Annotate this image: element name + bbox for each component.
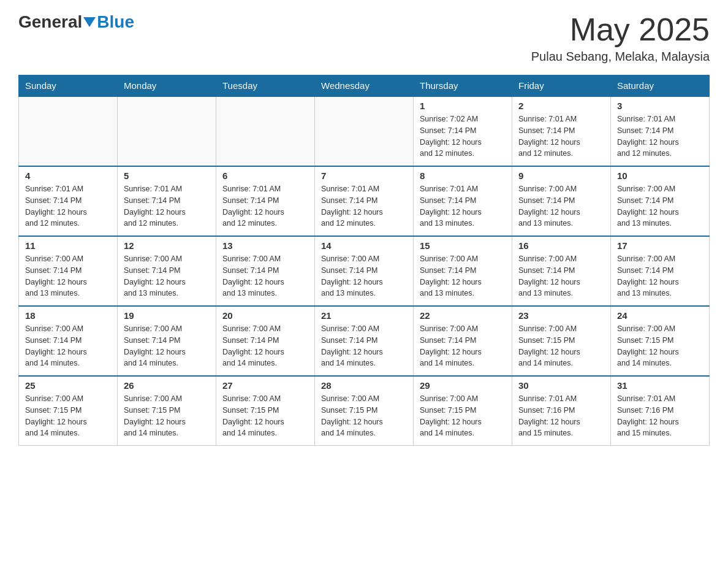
day-info: Sunrise: 7:01 AMSunset: 7:14 PMDaylight:… <box>222 183 308 229</box>
day-info: Sunrise: 7:00 AMSunset: 7:15 PMDaylight:… <box>518 323 604 369</box>
calendar-cell-22: 22Sunrise: 7:00 AMSunset: 7:14 PMDayligh… <box>414 306 512 376</box>
day-number: 8 <box>420 170 506 181</box>
day-info: Sunrise: 7:00 AMSunset: 7:15 PMDaylight:… <box>25 393 111 439</box>
day-number: 24 <box>617 310 703 321</box>
day-number: 9 <box>518 170 604 181</box>
calendar-cell-13: 13Sunrise: 7:00 AMSunset: 7:14 PMDayligh… <box>216 236 315 306</box>
calendar-header-sunday: Sunday <box>19 75 118 97</box>
calendar-cell-1: 1Sunrise: 7:02 AMSunset: 7:14 PMDaylight… <box>414 96 512 166</box>
calendar-cell-25: 25Sunrise: 7:00 AMSunset: 7:15 PMDayligh… <box>19 376 118 446</box>
logo-blue-text: Blue <box>97 12 134 32</box>
day-info: Sunrise: 7:01 AMSunset: 7:14 PMDaylight:… <box>124 183 210 229</box>
calendar-cell-10: 10Sunrise: 7:00 AMSunset: 7:14 PMDayligh… <box>611 166 710 236</box>
day-number: 15 <box>420 240 506 251</box>
calendar-cell-26: 26Sunrise: 7:00 AMSunset: 7:15 PMDayligh… <box>118 376 216 446</box>
day-info: Sunrise: 7:01 AMSunset: 7:14 PMDaylight:… <box>25 183 111 229</box>
calendar-cell-4: 4Sunrise: 7:01 AMSunset: 7:14 PMDaylight… <box>19 166 118 236</box>
day-info: Sunrise: 7:00 AMSunset: 7:14 PMDaylight:… <box>124 323 210 369</box>
day-info: Sunrise: 7:00 AMSunset: 7:14 PMDaylight:… <box>25 253 111 299</box>
day-number: 7 <box>321 170 407 181</box>
day-info: Sunrise: 7:00 AMSunset: 7:15 PMDaylight:… <box>321 393 407 439</box>
day-info: Sunrise: 7:01 AMSunset: 7:14 PMDaylight:… <box>518 113 604 159</box>
calendar-header-thursday: Thursday <box>414 75 512 97</box>
week-row-5: 25Sunrise: 7:00 AMSunset: 7:15 PMDayligh… <box>19 376 710 446</box>
calendar-header-row: SundayMondayTuesdayWednesdayThursdayFrid… <box>19 75 710 97</box>
calendar-cell-27: 27Sunrise: 7:00 AMSunset: 7:15 PMDayligh… <box>216 376 315 446</box>
day-number: 4 <box>25 170 111 181</box>
calendar-header-tuesday: Tuesday <box>216 75 315 97</box>
calendar-cell-28: 28Sunrise: 7:00 AMSunset: 7:15 PMDayligh… <box>315 376 414 446</box>
calendar-table: SundayMondayTuesdayWednesdayThursdayFrid… <box>18 75 710 446</box>
week-row-4: 18Sunrise: 7:00 AMSunset: 7:14 PMDayligh… <box>19 306 710 376</box>
day-number: 30 <box>518 380 604 391</box>
calendar-cell-23: 23Sunrise: 7:00 AMSunset: 7:15 PMDayligh… <box>512 306 611 376</box>
calendar-cell-21: 21Sunrise: 7:00 AMSunset: 7:14 PMDayligh… <box>315 306 414 376</box>
calendar-cell-3: 3Sunrise: 7:01 AMSunset: 7:14 PMDaylight… <box>611 96 710 166</box>
logo: General Blue <box>18 12 134 32</box>
page-header: General Blue May 2025 Pulau Sebang, Mela… <box>18 12 710 64</box>
day-number: 14 <box>321 240 407 251</box>
day-number: 13 <box>222 240 308 251</box>
calendar-header-friday: Friday <box>512 75 611 97</box>
calendar-header-wednesday: Wednesday <box>315 75 414 97</box>
day-number: 29 <box>420 380 506 391</box>
calendar-cell-5: 5Sunrise: 7:01 AMSunset: 7:14 PMDaylight… <box>118 166 216 236</box>
calendar-cell-empty-0-3 <box>315 96 414 166</box>
calendar-cell-15: 15Sunrise: 7:00 AMSunset: 7:14 PMDayligh… <box>414 236 512 306</box>
week-row-3: 11Sunrise: 7:00 AMSunset: 7:14 PMDayligh… <box>19 236 710 306</box>
day-info: Sunrise: 7:00 AMSunset: 7:14 PMDaylight:… <box>25 323 111 369</box>
calendar-cell-empty-0-0 <box>19 96 118 166</box>
day-number: 11 <box>25 240 111 251</box>
calendar-cell-17: 17Sunrise: 7:00 AMSunset: 7:14 PMDayligh… <box>611 236 710 306</box>
logo-general-text: General <box>18 12 82 32</box>
calendar-cell-30: 30Sunrise: 7:01 AMSunset: 7:16 PMDayligh… <box>512 376 611 446</box>
day-number: 23 <box>518 310 604 321</box>
day-number: 20 <box>222 310 308 321</box>
day-number: 17 <box>617 240 703 251</box>
calendar-cell-9: 9Sunrise: 7:00 AMSunset: 7:14 PMDaylight… <box>512 166 611 236</box>
day-info: Sunrise: 7:01 AMSunset: 7:14 PMDaylight:… <box>420 183 506 229</box>
title-block: May 2025 Pulau Sebang, Melaka, Malaysia <box>531 12 710 64</box>
day-number: 10 <box>617 170 703 181</box>
month-year-title: May 2025 <box>531 12 710 47</box>
day-number: 6 <box>222 170 308 181</box>
day-number: 21 <box>321 310 407 321</box>
day-number: 22 <box>420 310 506 321</box>
day-number: 18 <box>25 310 111 321</box>
day-info: Sunrise: 7:00 AMSunset: 7:14 PMDaylight:… <box>420 253 506 299</box>
calendar-header-monday: Monday <box>118 75 216 97</box>
calendar-cell-31: 31Sunrise: 7:01 AMSunset: 7:16 PMDayligh… <box>611 376 710 446</box>
calendar-cell-20: 20Sunrise: 7:00 AMSunset: 7:14 PMDayligh… <box>216 306 315 376</box>
day-info: Sunrise: 7:00 AMSunset: 7:14 PMDaylight:… <box>518 183 604 229</box>
week-row-2: 4Sunrise: 7:01 AMSunset: 7:14 PMDaylight… <box>19 166 710 236</box>
day-info: Sunrise: 7:01 AMSunset: 7:16 PMDaylight:… <box>518 393 604 439</box>
day-info: Sunrise: 7:02 AMSunset: 7:14 PMDaylight:… <box>420 113 506 159</box>
day-info: Sunrise: 7:00 AMSunset: 7:14 PMDaylight:… <box>518 253 604 299</box>
day-number: 28 <box>321 380 407 391</box>
day-info: Sunrise: 7:00 AMSunset: 7:14 PMDaylight:… <box>222 323 308 369</box>
day-number: 16 <box>518 240 604 251</box>
day-number: 12 <box>124 240 210 251</box>
calendar-cell-8: 8Sunrise: 7:01 AMSunset: 7:14 PMDaylight… <box>414 166 512 236</box>
day-number: 27 <box>222 380 308 391</box>
calendar-cell-19: 19Sunrise: 7:00 AMSunset: 7:14 PMDayligh… <box>118 306 216 376</box>
calendar-header-saturday: Saturday <box>611 75 710 97</box>
day-info: Sunrise: 7:00 AMSunset: 7:14 PMDaylight:… <box>617 183 703 229</box>
day-info: Sunrise: 7:00 AMSunset: 7:15 PMDaylight:… <box>222 393 308 439</box>
day-info: Sunrise: 7:01 AMSunset: 7:14 PMDaylight:… <box>321 183 407 229</box>
logo-triangle-icon <box>83 17 96 27</box>
calendar-cell-2: 2Sunrise: 7:01 AMSunset: 7:14 PMDaylight… <box>512 96 611 166</box>
calendar-cell-29: 29Sunrise: 7:00 AMSunset: 7:15 PMDayligh… <box>414 376 512 446</box>
day-info: Sunrise: 7:00 AMSunset: 7:14 PMDaylight:… <box>124 253 210 299</box>
calendar-cell-7: 7Sunrise: 7:01 AMSunset: 7:14 PMDaylight… <box>315 166 414 236</box>
week-row-1: 1Sunrise: 7:02 AMSunset: 7:14 PMDaylight… <box>19 96 710 166</box>
day-number: 26 <box>124 380 210 391</box>
day-number: 3 <box>617 101 703 111</box>
location-subtitle: Pulau Sebang, Melaka, Malaysia <box>531 50 710 64</box>
day-info: Sunrise: 7:00 AMSunset: 7:15 PMDaylight:… <box>617 323 703 369</box>
calendar-cell-14: 14Sunrise: 7:00 AMSunset: 7:14 PMDayligh… <box>315 236 414 306</box>
day-number: 5 <box>124 170 210 181</box>
calendar-cell-empty-0-2 <box>216 96 315 166</box>
day-info: Sunrise: 7:00 AMSunset: 7:14 PMDaylight:… <box>321 253 407 299</box>
day-number: 1 <box>420 101 506 111</box>
